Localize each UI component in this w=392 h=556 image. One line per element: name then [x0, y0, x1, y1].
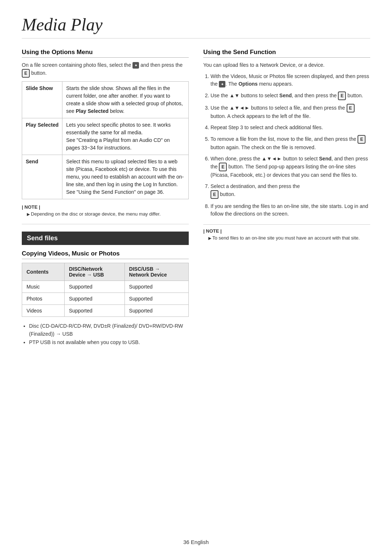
row-photos-usb: Supported	[124, 293, 188, 305]
table-row-slideshow: Slide Show Starts the slide show. Shows …	[22, 82, 189, 118]
note-title: | NOTE |	[22, 204, 189, 210]
page-container: Media Play Using the Options Menu On a f…	[0, 0, 392, 377]
gear-icon-step1: ✦	[219, 81, 225, 87]
copy-table-header-row: Contents DISC/NetworkDevice → USB DISC/U…	[22, 263, 189, 281]
row-videos-usb: Supported	[124, 305, 188, 317]
send-function-title: Using the Send Function	[203, 49, 370, 58]
page-footer: 36 English	[0, 539, 392, 545]
send-steps-list: With the Videos, Music or Photos file sc…	[203, 73, 370, 218]
enter-icon-step3: E	[347, 104, 355, 113]
send-function-intro: You can upload files to a Network Device…	[203, 61, 370, 69]
table-row-photos: Photos Supported Supported	[22, 293, 189, 305]
enter-icon-step5: E	[358, 135, 366, 144]
slideshow-desc: Starts the slide show. Shows all the fil…	[62, 82, 189, 118]
step-8: If you are sending the files to an on-li…	[211, 203, 370, 218]
copy-bullets: Disc (CD-DA/CD-R/CD-RW, DVD±R (Finalized…	[22, 322, 189, 346]
row-music-usb: Supported	[124, 281, 188, 293]
step-5: To remove a file from the list, move to …	[211, 135, 370, 151]
main-two-col: Using the Options Menu On a file screen …	[22, 49, 370, 346]
options-table: Slide Show Starts the slide show. Shows …	[22, 81, 189, 199]
divider	[22, 224, 189, 224]
step-6: When done, press the ▲▼◄► button to sele…	[211, 155, 370, 179]
row-photos-disc: Supported	[64, 293, 124, 305]
options-menu-section: Using the Options Menu On a file screen …	[22, 49, 189, 199]
table-row-playselected: Play Selected Lets you select specific p…	[22, 118, 189, 155]
row-music-disc: Supported	[64, 281, 124, 293]
send-files-header: Send files	[22, 232, 189, 245]
step-7: Select a destination, and then press the…	[211, 183, 370, 199]
step-1: With the Videos, Music or Photos file sc…	[211, 73, 370, 88]
language-label: English	[191, 539, 209, 545]
table-row-videos: Videos Supported Supported	[22, 305, 189, 317]
table-row-music: Music Supported Supported	[22, 281, 189, 293]
options-menu-title: Using the Options Menu	[22, 49, 189, 58]
send-note-item: To send files to an on-line site you mus…	[208, 235, 370, 241]
send-note-title: | NOTE |	[203, 228, 370, 234]
page-title: Media Play	[22, 15, 370, 38]
row-label-music: Music	[22, 281, 65, 293]
enter-icon-step7: E	[211, 190, 219, 199]
send-label: Send	[22, 155, 62, 199]
col-header-contents: Contents	[22, 263, 65, 281]
send-desc: Select this menu to upload selected file…	[62, 155, 189, 199]
col-header-disc-usb: DISC/USB →Network Device	[124, 263, 188, 281]
row-videos-disc: Supported	[64, 305, 124, 317]
enter-icon-step2: E	[338, 91, 346, 100]
playselected-desc: Lets you select specific photos to see. …	[62, 118, 189, 155]
bullet-disc: Disc (CD-DA/CD-R/CD-RW, DVD±R (Finalized…	[29, 322, 189, 338]
table-row-send: Send Select this menu to upload selected…	[22, 155, 189, 199]
bullet-ptp: PTP USB is not available when you copy t…	[29, 338, 189, 346]
row-label-videos: Videos	[22, 305, 65, 317]
row-label-photos: Photos	[22, 293, 65, 305]
send-files-section: Send files Copying Videos, Music or Phot…	[22, 232, 189, 346]
left-column: Using the Options Menu On a file screen …	[22, 49, 189, 346]
note-list: Depending on the disc or storage device,…	[22, 211, 189, 217]
options-note: | NOTE | Depending on the disc or storag…	[22, 204, 189, 217]
enter-button-icon: E	[22, 69, 30, 78]
step-2: Use the ▲▼ buttons to select Send, and t…	[211, 91, 370, 100]
gear-symbol: ✦	[132, 62, 139, 69]
copy-table: Contents DISC/NetworkDevice → USB DISC/U…	[22, 263, 189, 317]
playselected-label: Play Selected	[22, 118, 62, 155]
slideshow-label: Slide Show	[22, 82, 62, 118]
send-note-list: To send files to an on-line site you mus…	[203, 235, 370, 241]
options-menu-intro: On a file screen containing photo files,…	[22, 61, 189, 78]
send-function-section: Using the Send Function You can upload f…	[203, 49, 370, 218]
copying-subtitle: Copying Videos, Music or Photos	[22, 250, 189, 259]
note-item: Depending on the disc or storage device,…	[27, 211, 189, 217]
step-3: Use the ▲▼◄► buttons to select a file, a…	[211, 104, 370, 120]
col-header-disc-network: DISC/NetworkDevice → USB	[64, 263, 124, 281]
enter-icon-step6: E	[219, 163, 227, 171]
send-note: | NOTE | To send files to an on-line sit…	[203, 224, 370, 241]
right-column: Using the Send Function You can upload f…	[203, 49, 370, 346]
step-4: Repeat Step 3 to select and check additi…	[211, 124, 370, 131]
page-number: 36	[183, 539, 189, 545]
